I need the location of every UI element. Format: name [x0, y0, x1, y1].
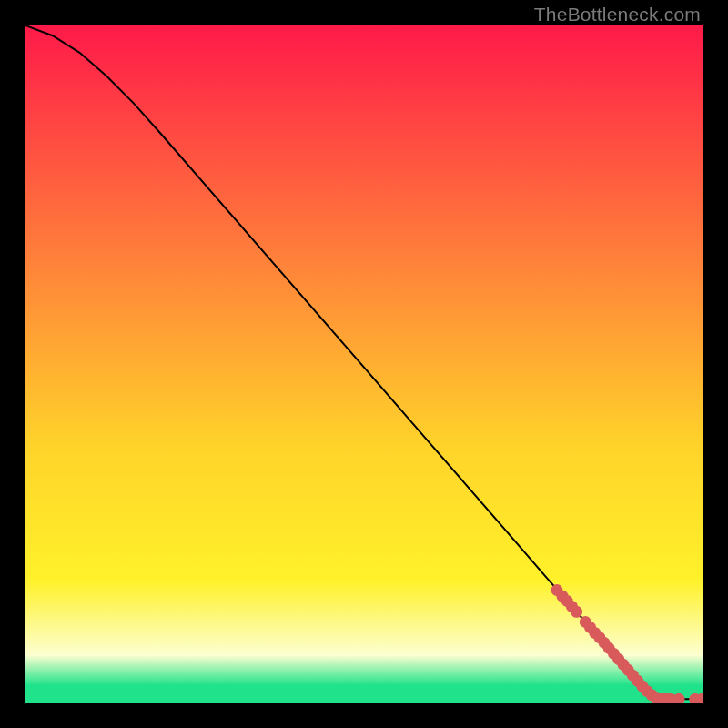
chart-frame [25, 25, 703, 703]
chart-svg [25, 25, 703, 703]
watermark-text: TheBottleneck.com [534, 4, 701, 25]
data-marker [571, 606, 582, 618]
chart-background [25, 25, 703, 703]
